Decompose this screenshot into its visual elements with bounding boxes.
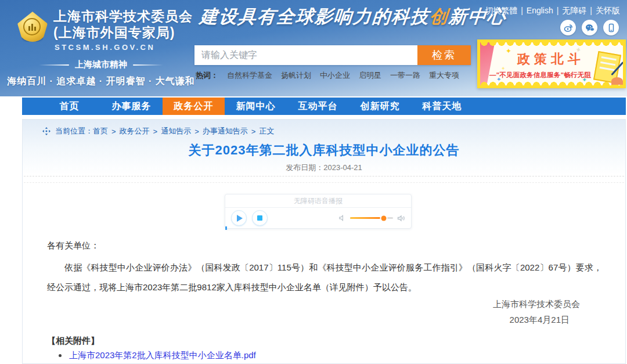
utility-links: 切换繁體|English|无障碍|关怀版: [485, 6, 620, 16]
banner-scallop-bottom: [480, 82, 623, 85]
link-separator: |: [521, 6, 523, 15]
slogan-pre: 建设具有全球影响力的科技: [199, 6, 431, 27]
policy-beidou-banner[interactable]: ✦ ✦ ✦ ✦ ✦ 政策北斗 —"不见面政务信息服务"畅行无阻: [477, 39, 626, 88]
banner-scallop-top: [480, 42, 623, 46]
hot-word[interactable]: 启明星: [359, 70, 381, 81]
nav-item-interaction[interactable]: 互动平台: [287, 98, 349, 115]
nav-item-home[interactable]: 首页: [38, 98, 100, 115]
volume-loud-icon: [397, 214, 405, 222]
breadcrumb-item-service-notices[interactable]: 办事通知告示: [203, 126, 248, 136]
volume-filled: [350, 217, 384, 219]
org-name-line2: (上海市外国专家局): [53, 24, 193, 41]
link-traditional-chinese[interactable]: 切换繁體: [485, 6, 517, 15]
emblem-ring: [23, 18, 41, 35]
link-separator: |: [590, 6, 592, 15]
date-label: 发布日期：: [286, 163, 323, 172]
breadcrumb-separator: >: [153, 127, 158, 136]
hot-word[interactable]: 自然科学基金: [227, 70, 272, 81]
gov-emblem-icon: [17, 12, 48, 42]
site-header: 上海市科学技术委员会 (上海市外国专家局) STCSM.SH.GOV.CN 上海…: [0, 0, 627, 96]
decor-line-left: [39, 64, 69, 66]
org-name: 上海市科学技术委员会 (上海市外国专家局): [53, 8, 193, 41]
article-paragraph: 依据《科技型中小企业评价办法》（国科发政〔2017〕115号）和《科技型中小企业…: [47, 258, 602, 297]
stop-button[interactable]: [252, 210, 268, 226]
breadcrumb-separator: >: [194, 127, 199, 136]
attachments-label: 【相关附件】: [47, 336, 99, 347]
hot-word[interactable]: 重大专项: [429, 70, 459, 81]
link-separator: |: [557, 6, 559, 15]
search-input[interactable]: [194, 45, 417, 65]
date-value: 2023-04-21: [323, 163, 362, 172]
volume-quiet-icon: [338, 214, 346, 222]
article-date: 发布日期：2023-04-21: [23, 163, 625, 173]
breadcrumb-item-gov-affairs[interactable]: 政务公开: [120, 126, 150, 136]
page: 上海市科学技术委员会 (上海市外国专家局) STCSM.SH.GOV.CN 上海…: [0, 0, 627, 364]
link-english[interactable]: English: [527, 6, 553, 15]
tts-player-title: 无障碍语音播报: [225, 194, 411, 208]
hot-words-label: 热词：: [196, 70, 218, 81]
breadcrumb-label: 当前位置：: [55, 126, 93, 136]
sparkle-icon: ✦: [506, 47, 511, 55]
hot-words-row: 热词： 自然科学基金 扬帆计划 中小企业 启明星 一带一路 重大专项: [196, 70, 459, 81]
link-care-mode[interactable]: 关怀版: [596, 6, 620, 15]
mobile-icon[interactable]: [603, 20, 619, 35]
breadcrumb-item-notices[interactable]: 通知告示: [161, 126, 191, 136]
banner-subtitle: —"不见面政务信息服务"畅行无阻: [489, 71, 608, 80]
org-name-line1: 上海市科学技术委员会: [53, 8, 193, 24]
nav-item-services[interactable]: 办事服务: [100, 98, 163, 115]
main-nav: 首页 办事服务 政务公开 新闻中心 互动平台 创新研究 科普天地: [22, 98, 626, 115]
org-domain: STCSM.SH.GOV.CN: [55, 43, 155, 52]
content-panel: 当前位置： 首页 > 政务公开 > 通知告示 > 办事通知告示 > 正文 关于2…: [22, 119, 626, 364]
tts-player: 无障碍语音播报: [225, 194, 412, 229]
banner-inner: ✦ ✦ ✦ ✦ ✦ 政策北斗 —"不见面政务信息服务"畅行无阻: [480, 42, 623, 85]
search-button[interactable]: 检索: [417, 45, 471, 65]
social-icons: [560, 20, 619, 35]
hot-word[interactable]: 扬帆计划: [281, 70, 311, 81]
weibo-icon[interactable]: [560, 20, 576, 35]
player-accent-tick: [225, 226, 227, 230]
volume-control: [338, 214, 405, 222]
article-sign-date: 2023年4月21日: [510, 315, 570, 326]
decor-line-right: [133, 64, 163, 66]
play-button[interactable]: [231, 210, 247, 226]
article-title: 关于2023年第二批入库科技型中小企业的公告: [23, 142, 625, 159]
nav-item-news[interactable]: 新闻中心: [225, 98, 287, 115]
tts-player-controls: [225, 208, 411, 228]
search-box: 检索: [194, 45, 471, 65]
link-accessibility[interactable]: 无障碍: [562, 6, 586, 15]
dashed-divider: [24, 182, 624, 183]
article-signer: 上海市科学技术委员会: [493, 299, 580, 310]
article-salutation: 各有关单位：: [47, 240, 99, 251]
move-icon: [42, 127, 51, 135]
city-spirit-motto: 海纳百川 · 追求卓越 · 开明睿智 · 大气谦和: [5, 75, 197, 88]
bullet-dot-icon: [59, 354, 62, 357]
dashed-divider: [24, 176, 624, 176]
slogan-accent: 创: [429, 6, 450, 27]
nav-item-innovation[interactable]: 创新研究: [349, 98, 411, 115]
breadcrumb: 当前位置： 首页 > 政务公开 > 通知告示 > 办事通知告示 > 正文: [42, 126, 274, 136]
breadcrumb-item-current: 正文: [259, 126, 274, 136]
city-spirit-block: 上海城市精神 海纳百川 · 追求卓越 · 开明睿智 · 大气谦和: [5, 59, 197, 88]
hand-icon: [611, 77, 623, 85]
breadcrumb-separator: >: [251, 127, 256, 136]
nav-item-gov-affairs[interactable]: 政务公开: [163, 98, 225, 115]
stop-icon: [257, 215, 262, 221]
banner-title: 政策北斗: [517, 51, 585, 68]
attachment-link[interactable]: 上海市2023年第2批入库科技型中小企业名单.pdf: [69, 350, 256, 361]
volume-handle[interactable]: [381, 215, 386, 221]
breadcrumb-separator: >: [111, 127, 116, 136]
nav-item-science[interactable]: 科普天地: [411, 98, 473, 115]
hot-word[interactable]: 一带一路: [390, 70, 420, 81]
breadcrumb-item-home[interactable]: 首页: [93, 126, 108, 136]
city-spirit-label: 上海城市精神: [75, 59, 127, 70]
play-icon: [237, 215, 243, 222]
attachment-item: 上海市2023年第2批入库科技型中小企业名单.pdf: [59, 350, 256, 361]
wechat-icon[interactable]: [582, 20, 597, 35]
calligraphy-slogan: 建设具有全球影响力的科技创新中心: [199, 5, 507, 29]
volume-slider[interactable]: [350, 217, 393, 219]
hot-word[interactable]: 中小企业: [320, 70, 350, 81]
